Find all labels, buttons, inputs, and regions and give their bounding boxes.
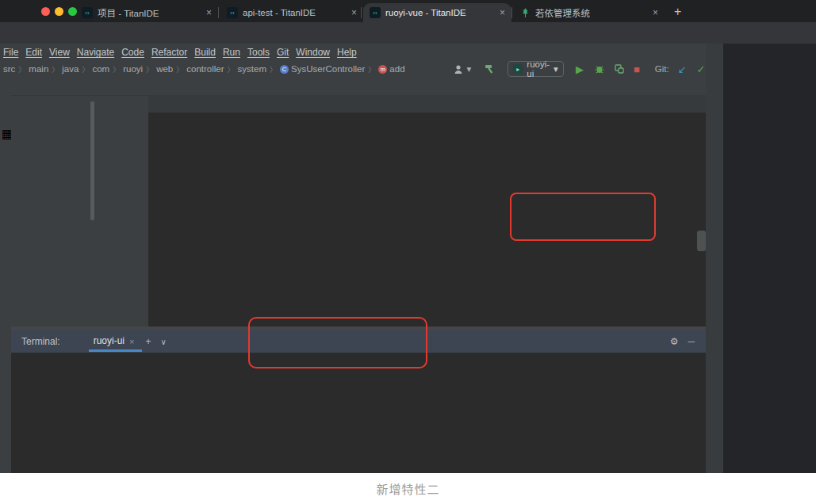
screenshot-root: ‹›项目 - TitanIDE×‹›api-test - TitanIDE×‹›… bbox=[0, 0, 816, 504]
menu-item-navigate[interactable]: Navigate bbox=[77, 47, 114, 58]
titanide-favicon-icon: ‹› bbox=[82, 7, 93, 18]
browser-tab-1[interactable]: ‹›项目 - TitanIDE× bbox=[75, 3, 218, 22]
project-panel-header bbox=[11, 77, 148, 96]
terminal-tab-close-icon[interactable]: × bbox=[129, 337, 134, 346]
breadcrumb-item-system[interactable]: system bbox=[238, 64, 266, 74]
terminal-new-session-icon[interactable]: + bbox=[145, 336, 151, 347]
breadcrumb-item-com[interactable]: com bbox=[92, 64, 109, 74]
terminal-header: Terminal: ruoyi-ui × + ∨ ⚙ ─ bbox=[11, 330, 706, 353]
coverage-icon[interactable] bbox=[614, 63, 625, 74]
dropdown-arrow-icon[interactable]: ▾ bbox=[467, 63, 472, 74]
ruoyi-leaf-icon bbox=[520, 8, 531, 18]
titanide-favicon-icon: ‹› bbox=[227, 7, 238, 18]
terminal-label: Terminal: bbox=[21, 336, 60, 347]
project-tree-scrollbar[interactable] bbox=[90, 101, 94, 220]
menu-item-git[interactable]: Git bbox=[277, 47, 289, 58]
titanide-window: FileEditViewNavigateCodeRefactorBuildRun… bbox=[0, 44, 816, 473]
user-profile-icon[interactable] bbox=[454, 64, 463, 74]
menu-item-refactor[interactable]: Refactor bbox=[151, 47, 187, 58]
breadcrumb-item-controller[interactable]: controller bbox=[186, 64, 224, 74]
terminal-output[interactable] bbox=[11, 353, 706, 473]
right-toolwindow-bar bbox=[706, 44, 723, 473]
git-update-icon[interactable]: ↙ bbox=[678, 63, 687, 75]
breadcrumb-separator: 〉 bbox=[227, 64, 236, 74]
build-hammer-icon[interactable] bbox=[485, 63, 496, 74]
tab-separator bbox=[511, 7, 512, 18]
titanide-favicon-icon: ‹› bbox=[370, 7, 381, 18]
breadcrumb-item-web[interactable]: web bbox=[156, 64, 173, 74]
breadcrumb-separator: 〉 bbox=[145, 64, 154, 74]
menu-item-edit[interactable]: Edit bbox=[25, 47, 42, 58]
breadcrumb: src〉main〉java〉com〉ruoyi〉web〉controller〉s… bbox=[3, 61, 816, 77]
menu-item-code[interactable]: Code bbox=[121, 47, 144, 58]
minimize-window-button[interactable] bbox=[55, 7, 63, 16]
browser-tab-title: 若依管理系统 bbox=[535, 6, 648, 19]
tab-separator bbox=[361, 7, 362, 18]
breadcrumb-item-src[interactable]: src bbox=[3, 64, 15, 74]
breadcrumb-separator: 〉 bbox=[367, 64, 376, 74]
menu-item-window[interactable]: Window bbox=[296, 47, 330, 58]
browser-tab-2[interactable]: ‹›api-test - TitanIDE× bbox=[220, 3, 363, 22]
menu-item-file[interactable]: File bbox=[3, 47, 18, 58]
browser-tab-strip: ‹›项目 - TitanIDE×‹›api-test - TitanIDE×‹›… bbox=[0, 0, 816, 22]
menu-item-view[interactable]: View bbox=[49, 47, 70, 58]
breadcrumb-class-name[interactable]: SysUserController bbox=[291, 64, 365, 74]
run-config-name: ruoyi-ui bbox=[527, 59, 550, 78]
tab-separator bbox=[218, 7, 219, 18]
run-config-selector[interactable]: ▸ruoyi-ui▾ bbox=[508, 61, 564, 77]
menu-item-help[interactable]: Help bbox=[337, 47, 357, 58]
class-icon: C bbox=[280, 65, 289, 74]
menu-item-run[interactable]: Run bbox=[223, 47, 240, 58]
breadcrumb-separator: 〉 bbox=[112, 64, 121, 74]
breadcrumb-separator: 〉 bbox=[81, 64, 90, 74]
browser-tab-title: 项目 - TitanIDE bbox=[98, 6, 201, 19]
breadcrumb-separator: 〉 bbox=[175, 64, 184, 74]
run-config-dropdown-icon: ▾ bbox=[554, 63, 558, 74]
tab-close-icon[interactable]: × bbox=[653, 7, 658, 18]
editor-scrollbar[interactable] bbox=[697, 231, 706, 251]
stop-button[interactable]: ■ bbox=[634, 63, 640, 75]
tab-close-icon[interactable]: × bbox=[351, 7, 357, 18]
debug-bug-icon[interactable] bbox=[594, 63, 605, 74]
terminal-dropdown-icon[interactable]: ∨ bbox=[161, 338, 167, 346]
ide-menubar: FileEditViewNavigateCodeRefactorBuildRun… bbox=[3, 44, 357, 61]
breadcrumb-item-java[interactable]: java bbox=[62, 64, 79, 74]
breadcrumb-item-ruoyi[interactable]: ruoyi bbox=[123, 64, 143, 74]
tab-close-icon[interactable]: × bbox=[206, 7, 212, 18]
browser-toolbar: ← → ↻ start.titanide.cn/ide/web/coding/r… bbox=[0, 22, 816, 44]
browser-tab-4[interactable]: 若依管理系统× bbox=[514, 3, 665, 22]
editor-tab-bar bbox=[148, 77, 706, 96]
caption-text: 新增特性二 bbox=[0, 473, 816, 504]
terminal-settings-gear-icon[interactable]: ⚙ bbox=[670, 336, 679, 347]
project-panel bbox=[11, 77, 149, 335]
breadcrumb-separator: 〉 bbox=[269, 64, 278, 74]
git-commit-icon[interactable]: ✓ bbox=[697, 63, 706, 75]
terminal-hide-icon[interactable]: ─ bbox=[688, 336, 695, 347]
breadcrumb-separator: 〉 bbox=[51, 64, 59, 74]
find-bar bbox=[148, 95, 706, 113]
menu-item-tools[interactable]: Tools bbox=[247, 47, 270, 58]
terminal-tab-ruoyi-ui[interactable]: ruoyi-ui bbox=[94, 335, 125, 348]
breadcrumb-item-main[interactable]: main bbox=[29, 64, 48, 74]
breadcrumb-method-name[interactable]: add bbox=[389, 64, 404, 74]
close-window-button[interactable] bbox=[41, 7, 50, 16]
browser-tab-title: api-test - TitanIDE bbox=[243, 8, 347, 17]
browser-tab-title: ruoyi-vue - TitanIDE bbox=[385, 8, 495, 17]
titanide-sidebar bbox=[723, 44, 816, 473]
browser-tab-3[interactable]: ‹›ruoyi-vue - TitanIDE× bbox=[363, 3, 511, 22]
git-label: Git: bbox=[655, 64, 669, 74]
breadcrumb-separator: 〉 bbox=[17, 64, 26, 74]
left-toolwindow-bar: ▦ bbox=[0, 77, 12, 473]
tab-close-icon[interactable]: × bbox=[500, 7, 505, 18]
run-button[interactable]: ▶ bbox=[576, 63, 584, 75]
method-icon: m bbox=[378, 65, 387, 74]
menu-item-build[interactable]: Build bbox=[194, 47, 216, 58]
new-tab-button[interactable]: + bbox=[674, 5, 681, 19]
